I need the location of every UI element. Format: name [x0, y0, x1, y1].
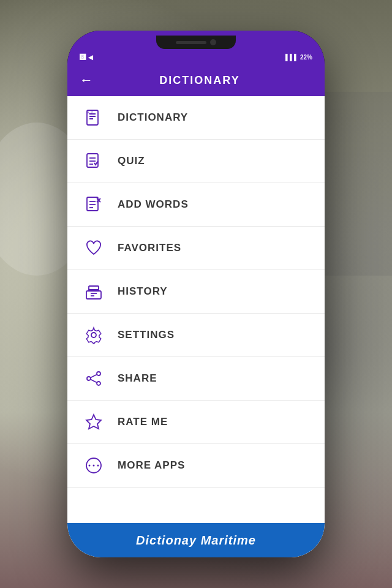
menu-label-history: HISTORY: [118, 285, 168, 298]
settings-icon: [82, 323, 105, 347]
svg-point-24: [97, 382, 100, 385]
bottom-banner-text: Dictionay Maritime: [136, 533, 256, 548]
status-right: ▌▌▌ 22%: [285, 54, 312, 61]
status-left: 🅱 ◀: [80, 54, 93, 61]
back-button[interactable]: ←: [80, 72, 93, 88]
svg-point-29: [89, 465, 91, 467]
menu-item-quiz[interactable]: QUIZ: [67, 140, 325, 183]
menu-item-rate-me[interactable]: RATE ME: [67, 401, 325, 444]
menu-label-quiz: QUIZ: [118, 155, 145, 167]
svg-line-25: [91, 375, 97, 378]
svg-point-30: [93, 465, 95, 467]
svg-point-23: [87, 377, 91, 380]
status-icon-send: ◀: [88, 54, 93, 61]
svg-rect-5: [87, 154, 98, 167]
status-bar: 🅱 ◀ ▌▌▌ 22%: [67, 31, 325, 64]
menu-label-favorites: FAVORITES: [118, 242, 181, 254]
battery-icon: ▌▌▌ 22%: [285, 54, 312, 61]
add-words-icon: [82, 193, 105, 216]
svg-point-31: [97, 465, 99, 467]
menu-item-history[interactable]: HISTORY: [67, 270, 325, 314]
favorites-icon: [82, 236, 105, 260]
status-icon-b: 🅱: [80, 54, 86, 61]
menu-item-add-words[interactable]: ADD WORDS: [67, 183, 325, 227]
quiz-icon: [82, 149, 105, 173]
menu-label-add-words: ADD WORDS: [118, 198, 189, 211]
svg-point-21: [91, 333, 96, 337]
more-apps-icon: [82, 454, 105, 477]
dictionary-icon: A-Z: [82, 106, 105, 129]
svg-marker-27: [86, 415, 101, 429]
svg-rect-15: [86, 291, 101, 299]
menu-label-settings: SETTINGS: [118, 329, 175, 341]
menu-label-dictionary: DICTIONARY: [118, 111, 188, 124]
menu-label-more-apps: MORE APPS: [118, 459, 185, 472]
menu-item-more-apps[interactable]: MORE APPS: [67, 444, 325, 488]
svg-rect-18: [89, 286, 99, 290]
svg-point-22: [97, 372, 100, 375]
page-title: DICTIONARY: [105, 74, 312, 87]
svg-text:A-Z: A-Z: [87, 111, 93, 115]
menu-label-rate-me: RATE ME: [118, 416, 168, 428]
share-icon: [82, 367, 105, 390]
menu-list: A-Z DICTIONARY QUIZ: [67, 96, 325, 557]
menu-label-share: SHARE: [118, 372, 157, 385]
menu-item-favorites[interactable]: FAVORITES: [67, 227, 325, 270]
svg-rect-9: [87, 197, 98, 211]
history-icon: [82, 280, 105, 303]
menu-item-share[interactable]: SHARE: [67, 357, 325, 401]
top-navigation-bar: ← DICTIONARY: [67, 64, 325, 96]
menu-item-settings[interactable]: SETTINGS: [67, 314, 325, 357]
rate-icon: [82, 410, 105, 434]
svg-line-26: [91, 380, 97, 383]
menu-item-dictionary[interactable]: A-Z DICTIONARY: [67, 96, 325, 140]
phone-frame: 🅱 ◀ ▌▌▌ 22% ← DICTIONARY A-Z DICTIONARY: [67, 31, 325, 557]
bottom-banner: Dictionay Maritime: [67, 523, 325, 557]
